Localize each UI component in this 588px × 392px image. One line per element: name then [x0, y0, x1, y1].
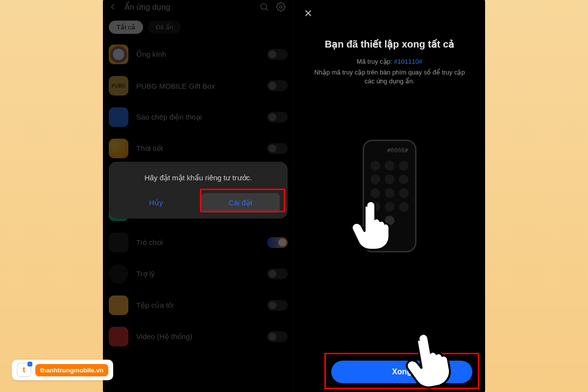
svg-point-1: [280, 6, 282, 8]
dialer-illustration: #0000#: [363, 140, 416, 252]
back-icon[interactable]: [108, 2, 118, 12]
chip-hidden[interactable]: Đã ẩn: [148, 21, 181, 34]
app-icon: [109, 327, 128, 346]
app-label: Sao chép điện thoại: [136, 113, 259, 122]
app-row: Video (Hệ thống): [109, 321, 288, 352]
left-header: Ẩn ứng dụng: [103, 0, 294, 14]
app-label: Video (Hệ thống): [136, 332, 259, 341]
code-label: Mã truy cập:: [357, 58, 394, 65]
app-toggle[interactable]: [267, 80, 288, 91]
watermark-text: thanhtrungmobile.vn: [35, 364, 108, 376]
app-toggle[interactable]: [267, 331, 288, 342]
app-row: Sao chép điện thoại: [109, 101, 288, 133]
settings-icon[interactable]: [276, 2, 286, 12]
instruction-text: Nhập mã truy cập trên bàn phím quay số đ…: [309, 68, 470, 86]
cancel-button[interactable]: Hủy: [117, 193, 196, 213]
app-label: Trợ lý: [136, 270, 259, 278]
done-button[interactable]: Xong: [331, 361, 472, 383]
app-row: Ống kính: [109, 39, 288, 70]
chip-all[interactable]: Tất cả: [109, 21, 143, 34]
svg-point-0: [261, 3, 267, 9]
highlight-box: [200, 189, 285, 212]
modal-message: Hãy đặt mật khẩu riêng tư trước.: [117, 173, 280, 182]
app-row: Trợ lý: [109, 258, 288, 290]
app-row: Trò chơi: [109, 227, 288, 258]
app-row: Tệp của tôi: [109, 290, 288, 321]
privacy-password-modal: Hãy đặt mật khẩu riêng tư trước. Hủy Cài…: [109, 162, 288, 219]
app-icon: [109, 264, 128, 284]
app-toggle[interactable]: [267, 237, 288, 248]
app-icon: [109, 45, 128, 64]
app-icon: [109, 233, 128, 252]
watermark-logo: t: [17, 363, 31, 377]
app-toggle[interactable]: [267, 269, 288, 279]
setup-complete-title: Bạn đã thiết lập xong tất cả: [294, 38, 485, 50]
app-toggle[interactable]: [267, 143, 288, 154]
app-toggle[interactable]: [267, 112, 288, 122]
app-toggle[interactable]: [267, 49, 288, 60]
close-icon[interactable]: [303, 8, 314, 19]
app-label: PUBG MOBILE Gift Box: [136, 82, 259, 90]
app-label: Ống kính: [136, 50, 259, 59]
app-icon: [109, 107, 128, 127]
app-label: Thời tiết: [136, 144, 259, 153]
app-label: Tệp của tôi: [136, 301, 259, 310]
dialer-display: #0000#: [364, 141, 415, 157]
page-title: Ẩn ứng dụng: [124, 2, 252, 12]
app-icon: [109, 139, 128, 158]
watermark: t thanhtrungmobile.vn: [12, 360, 113, 380]
filter-chips: Tất cả Đã ẩn: [103, 14, 294, 39]
app-row: PUBG PUBG MOBILE Gift Box: [109, 70, 288, 101]
access-code-line: Mã truy cập: #101110#: [294, 58, 485, 65]
app-icon: PUBG: [109, 76, 128, 96]
app-label: Trò chơi: [136, 238, 259, 247]
app-icon: [109, 295, 128, 315]
app-toggle[interactable]: [267, 300, 288, 311]
app-row: Thời tiết: [109, 133, 288, 164]
access-code: #101110#: [394, 58, 422, 65]
search-icon[interactable]: [259, 2, 269, 12]
